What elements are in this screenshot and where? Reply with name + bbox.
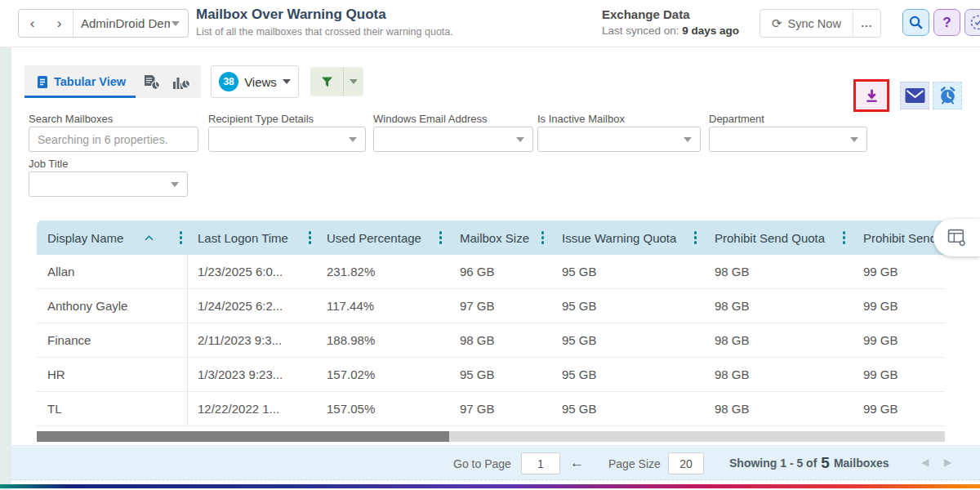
column-header-display-name[interactable]: Display Name xyxy=(37,220,188,255)
filter-options-button[interactable] xyxy=(343,67,363,96)
sync-now-button[interactable]: ⟳ Sync Now xyxy=(760,10,853,37)
table-row[interactable]: Anthony Gayle 1/24/2025 6:2... 117.44% 9… xyxy=(37,289,945,323)
column-menu-icon[interactable] xyxy=(541,231,545,244)
department-dropdown[interactable] xyxy=(709,127,867,152)
cell-prohibit-send-receive-quota: 99 GB xyxy=(851,392,945,425)
cell-prohibit-send-quota: 98 GB xyxy=(702,358,851,391)
cell-used-percentage: 188.98% xyxy=(317,323,448,357)
recipient-type-dropdown[interactable] xyxy=(208,127,366,152)
cell-used-percentage: 157.02% xyxy=(317,358,448,391)
sync-button-group: ⟳ Sync Now ... xyxy=(760,9,881,38)
brand-gradient-bar xyxy=(0,484,980,488)
table-row[interactable]: Allan 1/23/2025 6:0... 231.82% 96 GB 95 … xyxy=(37,255,945,289)
column-menu-icon[interactable] xyxy=(180,231,183,244)
chevron-down-icon xyxy=(283,79,291,84)
total-count: 5 xyxy=(821,454,830,472)
scrollbar-thumb[interactable] xyxy=(37,431,449,442)
cell-mailbox-size: 96 GB xyxy=(448,255,550,288)
schedule-alert-button[interactable] xyxy=(933,82,962,109)
dashed-check-icon xyxy=(969,14,980,31)
title-block: Mailbox Over Warning Quota List of all t… xyxy=(196,7,453,38)
horizontal-scrollbar[interactable] xyxy=(37,431,945,442)
filter-funnel-icon xyxy=(321,77,333,87)
column-menu-icon[interactable] xyxy=(439,231,443,244)
go-to-page-arrow-icon[interactable]: ← xyxy=(570,455,584,471)
tasks-button[interactable] xyxy=(964,9,980,36)
column-header-prohibit-send-receive-quota[interactable]: Prohibit Send Receive Quota xyxy=(851,220,945,255)
windows-email-label: Windows Email Address xyxy=(373,113,487,125)
chevron-down-icon xyxy=(684,137,692,142)
next-page-button[interactable]: ▶ xyxy=(944,457,951,468)
chevron-down-icon xyxy=(171,182,179,187)
report-view-button[interactable] xyxy=(137,65,167,98)
column-label: Issue Warning Quota xyxy=(562,231,676,245)
chart-view-button[interactable] xyxy=(167,65,196,98)
cell-prohibit-send-quota: 98 GB xyxy=(702,255,851,288)
column-menu-icon[interactable] xyxy=(309,231,312,244)
cell-mailbox-size: 98 GB xyxy=(448,323,550,357)
filter-button-group xyxy=(310,67,363,96)
alarm-clock-icon xyxy=(938,86,958,105)
column-header-mailbox-size[interactable]: Mailbox Size xyxy=(448,220,550,255)
tab-tabular-view[interactable]: Tabular View xyxy=(24,65,137,98)
column-chooser-button[interactable] xyxy=(933,219,980,256)
sync-more-button[interactable]: ... xyxy=(853,10,880,37)
page-size-input[interactable] xyxy=(668,452,704,474)
column-header-last-logon[interactable]: Last Logon Time xyxy=(188,220,317,255)
table-row[interactable]: Finance 2/11/2023 9:3... 188.98% 98 GB 9… xyxy=(37,323,945,358)
cell-last-logon: 1/24/2025 6:2... xyxy=(188,289,317,323)
workspace-selector[interactable]: ‹ › AdminDroid Dem... xyxy=(18,9,189,38)
column-label: Display Name xyxy=(47,231,123,245)
chevron-down-icon xyxy=(172,21,180,26)
column-header-used-percentage[interactable]: Used Percentage xyxy=(317,220,448,255)
nav-forward-button[interactable]: › xyxy=(46,10,73,37)
items-label: Mailboxes xyxy=(834,457,889,470)
chevron-down-icon xyxy=(349,137,357,142)
help-button[interactable]: ? xyxy=(933,9,960,36)
inactive-mailbox-dropdown[interactable] xyxy=(537,127,701,152)
chevron-down-icon xyxy=(850,137,858,142)
report-pie-icon xyxy=(144,74,160,90)
column-menu-icon[interactable] xyxy=(843,231,846,244)
cell-prohibit-send-quota: 98 GB xyxy=(702,392,851,425)
chevron-down-icon xyxy=(516,137,524,142)
sort-ascending-icon xyxy=(145,235,154,241)
views-count-badge: 38 xyxy=(219,72,238,91)
bar-pie-chart-icon xyxy=(172,74,190,90)
column-menu-icon[interactable] xyxy=(694,231,697,244)
column-header-prohibit-send-quota[interactable]: Prohibit Send Quota xyxy=(702,220,851,255)
views-dropdown[interactable]: 38 Views xyxy=(211,65,299,98)
recipient-type-label: Recipient Type Details xyxy=(208,113,314,125)
nav-back-button[interactable]: ‹ xyxy=(19,10,46,37)
views-label: Views xyxy=(244,75,277,89)
table-row[interactable]: HR 1/3/2023 9:23... 157.02% 95 GB 95 GB … xyxy=(37,358,945,392)
cell-display-name: HR xyxy=(37,358,188,391)
cell-display-name: Allan xyxy=(37,255,188,288)
email-report-button[interactable] xyxy=(900,82,929,109)
table-row[interactable]: TL 12/22/2022 1... 157.05% 97 GB 95 GB 9… xyxy=(37,392,945,426)
job-title-dropdown[interactable] xyxy=(29,172,188,197)
app-header: ‹ › AdminDroid Dem... Mailbox Over Warni… xyxy=(0,0,980,47)
mailbox-table: Display Name Last Logon Time Used Percen… xyxy=(37,220,945,426)
previous-page-button[interactable]: ◀ xyxy=(921,457,929,468)
column-header-issue-warning-quota[interactable]: Issue Warning Quota xyxy=(550,220,702,255)
search-icon xyxy=(908,15,924,30)
column-settings-icon xyxy=(947,228,967,247)
chevron-down-icon xyxy=(350,79,358,84)
cell-issue-warning-quota: 95 GB xyxy=(550,358,702,391)
search-mailboxes-input[interactable] xyxy=(29,127,198,151)
go-to-page-input[interactable] xyxy=(521,452,560,474)
workspace-name[interactable]: AdminDroid Dem... xyxy=(74,16,170,30)
cell-prohibit-send-quota: 98 GB xyxy=(702,289,851,323)
cell-display-name: Anthony Gayle xyxy=(37,289,188,323)
global-search-button[interactable] xyxy=(902,9,929,36)
view-tab-strip: Tabular View xyxy=(24,65,201,98)
data-source-label: Exchange Data xyxy=(602,7,739,21)
cell-prohibit-send-quota: 98 GB xyxy=(702,323,851,357)
filter-button[interactable] xyxy=(310,67,343,96)
export-download-button[interactable] xyxy=(853,79,889,112)
cell-mailbox-size: 97 GB xyxy=(448,289,550,323)
cell-used-percentage: 231.82% xyxy=(317,255,448,288)
windows-email-dropdown[interactable] xyxy=(373,127,533,152)
question-icon: ? xyxy=(942,15,951,31)
